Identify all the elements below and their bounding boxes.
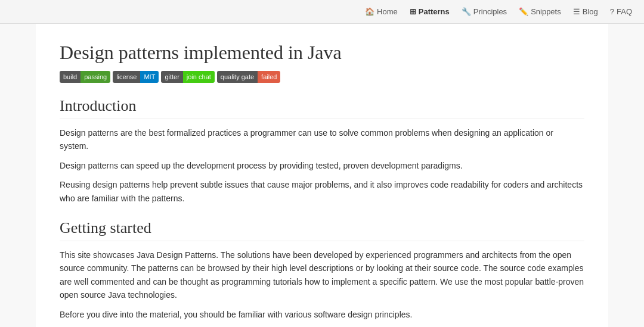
badge-license: license MIT xyxy=(113,71,159,83)
getting-started-p1: This site showcases Java Design Patterns… xyxy=(60,248,584,302)
badge-build: build passing xyxy=(60,71,110,83)
nav-faq-label: FAQ xyxy=(617,7,632,16)
badges-row: build passing license MIT gitter join ch… xyxy=(60,71,584,83)
principles-icon: 🔧 xyxy=(462,7,471,16)
nav-snippets-label: Snippets xyxy=(531,7,561,16)
nav-blog-label: Blog xyxy=(583,7,598,16)
nav-patterns-label: Patterns xyxy=(419,7,450,16)
patterns-icon: ⊞ xyxy=(410,7,416,16)
nav-home-label: Home xyxy=(377,7,398,16)
intro-p1: Design patterns are the best formalized … xyxy=(60,126,584,153)
section-introduction-title: Introduction xyxy=(60,97,584,119)
snippets-icon: ✏️ xyxy=(519,7,528,16)
getting-started-p2: Before you dive into the material, you s… xyxy=(60,308,584,321)
badge-quality: quality gate failed xyxy=(217,71,281,83)
intro-p2: Design patterns can speed up the develop… xyxy=(60,159,584,172)
intro-p3: Reusing design patterns help prevent sub… xyxy=(60,178,584,205)
nav-faq[interactable]: ? FAQ xyxy=(610,7,632,16)
badge-gitter: gitter join chat xyxy=(161,71,214,83)
faq-icon: ? xyxy=(610,7,614,16)
page-title: Design patterns implemented in Java xyxy=(60,42,584,64)
nav-principles[interactable]: 🔧 Principles xyxy=(462,7,507,16)
nav-blog[interactable]: ☰ Blog xyxy=(573,7,598,16)
home-icon: 🏠 xyxy=(365,7,374,16)
nav-snippets[interactable]: ✏️ Snippets xyxy=(519,7,561,16)
blog-icon: ☰ xyxy=(573,7,580,16)
nav-patterns[interactable]: ⊞ Patterns xyxy=(410,7,450,16)
nav-home[interactable]: 🏠 Home xyxy=(365,7,398,16)
nav-principles-label: Principles xyxy=(473,7,507,16)
main-nav: 🏠 Home ⊞ Patterns 🔧 Principles ✏️ Snippe… xyxy=(0,0,644,24)
main-content: Design patterns implemented in Java buil… xyxy=(36,24,608,327)
section-getting-started-title: Getting started xyxy=(60,219,584,241)
